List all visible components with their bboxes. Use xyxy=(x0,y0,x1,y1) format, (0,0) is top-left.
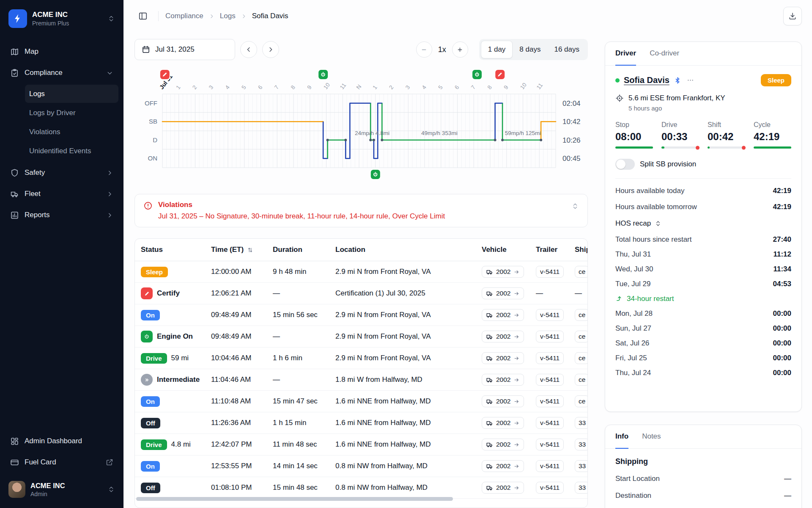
vehicle-chip[interactable]: 2002 xyxy=(482,352,524,364)
hos-recap-toggle[interactable]: HOS recap xyxy=(615,215,791,232)
sidebar-item-unidentified-events[interactable]: Unidentified Events xyxy=(25,142,118,160)
trailer-chip[interactable]: v-5411 xyxy=(536,460,564,472)
shipping-chip[interactable]: ce xyxy=(575,309,587,321)
vehicle-chip[interactable]: 2002 xyxy=(482,309,524,321)
trailer-chip[interactable]: v-5411 xyxy=(536,331,564,342)
col-trailer[interactable]: Trailer xyxy=(530,239,569,261)
sidebar-item-logs[interactable]: Logs xyxy=(25,85,118,103)
range-16-days[interactable]: 16 days xyxy=(547,41,586,58)
col-time[interactable]: Time (ET) xyxy=(205,239,267,261)
col-status[interactable]: Status xyxy=(135,239,205,261)
next-day-button[interactable] xyxy=(262,41,279,58)
sidebar-item-safety[interactable]: Safety xyxy=(5,163,118,183)
log-row[interactable]: On09:48:49 AM15 min 56 sec2.9 mi N from … xyxy=(135,304,587,326)
tab-co-driver[interactable]: Co-driver xyxy=(650,42,679,66)
shipping-chip[interactable]: 33 xyxy=(575,417,587,429)
more-menu-button[interactable] xyxy=(686,75,695,85)
log-row[interactable]: Drive4.8 mi12:42:07 PM11 min 48 sec1.6 m… xyxy=(135,434,587,456)
log-row[interactable]: Certify12:06:21 AM—Certification (1) Jul… xyxy=(135,283,587,304)
cell-time: 09:48:49 AM xyxy=(205,304,267,326)
alert-icon xyxy=(143,201,153,210)
log-row[interactable]: Sleep12:00:00 AM9 h 48 min2.9 mi N from … xyxy=(135,261,587,283)
power-glyph xyxy=(143,333,150,340)
trailer-chip[interactable]: v-5411 xyxy=(536,417,564,429)
log-row[interactable]: Drive59 mi10:04:46 AM1 h 6 min2.9 mi N f… xyxy=(135,348,587,369)
shipping-chip[interactable]: ce xyxy=(575,395,587,407)
shipping-chip[interactable]: ce xyxy=(575,331,587,342)
shipping-chip[interactable]: 33 xyxy=(575,439,587,450)
reports-icon xyxy=(10,211,19,220)
sidebar-item-fleet[interactable]: Fleet xyxy=(5,184,118,204)
cell-trailer: v-5411 xyxy=(530,434,569,456)
trailer-chip[interactable]: v-5411 xyxy=(536,374,564,386)
vehicle-chip[interactable]: 2002 xyxy=(482,287,524,299)
trailer-chip[interactable]: v-5411 xyxy=(536,395,564,407)
log-row[interactable]: Off01:08:10 PM15 min 48 sec0.8 mi NW fro… xyxy=(135,477,587,499)
date-picker-button[interactable]: Jul 31, 2025 xyxy=(134,39,235,60)
shipping-chip[interactable]: ce xyxy=(575,266,587,278)
tab-notes[interactable]: Notes xyxy=(642,425,661,449)
trailer-chip[interactable]: v-5411 xyxy=(536,439,564,450)
download-button[interactable] xyxy=(783,7,802,25)
vehicle-chip[interactable]: 2002 xyxy=(482,417,524,429)
vehicle-chip[interactable]: 2002 xyxy=(482,395,524,407)
log-row[interactable]: Engine On09:48:49 AM—2.9 mi N from Front… xyxy=(135,326,587,348)
vehicle-chip[interactable]: 2002 xyxy=(482,439,524,450)
sidebar-item-admin-dashboard[interactable]: Admin Dashboard xyxy=(5,431,118,451)
cell-time: 11:10:48 AM xyxy=(205,391,267,412)
account-switcher[interactable]: ACME INC Admin xyxy=(5,478,118,501)
col-duration[interactable]: Duration xyxy=(267,239,329,261)
sidebar-item-logs-by-driver[interactable]: Logs by Driver xyxy=(25,104,118,122)
trailer-chip[interactable]: v-5411 xyxy=(536,482,564,494)
split-sb-toggle[interactable] xyxy=(615,159,635,170)
svg-text:4: 4 xyxy=(224,84,231,91)
vehicle-chip[interactable]: 2002 xyxy=(482,460,524,472)
sort-icon[interactable] xyxy=(247,247,253,253)
cell-shipping: ce xyxy=(569,304,587,326)
col-location[interactable]: Location xyxy=(329,239,476,261)
range-1-day[interactable]: 1 day xyxy=(481,41,513,58)
log-row[interactable]: On11:10:48 AM15 min 47 sec1.6 mi NNE fro… xyxy=(135,391,587,412)
sidebar-item-fuel-card[interactable]: Fuel Card xyxy=(5,452,118,472)
horizontal-scrollbar[interactable] xyxy=(136,497,453,501)
shipping-chip[interactable]: 33 xyxy=(575,460,587,472)
driver-name-link[interactable]: Sofia Davis xyxy=(624,75,669,85)
trailer-chip[interactable]: v-5411 xyxy=(536,309,564,321)
range-8-days[interactable]: 8 days xyxy=(513,41,547,58)
col-shipping[interactable]: Shipping xyxy=(569,239,587,261)
sidebar-toggle-button[interactable] xyxy=(134,8,151,25)
shipping-chip[interactable]: 33 xyxy=(575,482,587,494)
prev-day-button[interactable] xyxy=(240,41,257,58)
vehicle-chip[interactable]: 2002 xyxy=(482,482,524,494)
shipping-chip[interactable]: ce xyxy=(575,352,587,364)
driver-online-dot xyxy=(615,78,620,83)
hos-log-chart[interactable]: OFFSBDON02:0410:4210:2600:45Jul 31123456… xyxy=(134,63,588,190)
account-name: ACME INC xyxy=(30,482,65,490)
vehicle-chip[interactable]: 2002 xyxy=(482,374,524,386)
sidebar-item-reports[interactable]: Reports xyxy=(5,205,118,225)
tab-info[interactable]: Info xyxy=(615,425,628,449)
log-row[interactable]: Off11:26:36 AM1 h 15 min1.6 mi NNE from … xyxy=(135,412,587,434)
shipping-chip[interactable]: ce xyxy=(575,374,587,386)
log-row[interactable]: On12:53:55 PM14 min 14 sec0.8 mi NW from… xyxy=(135,456,587,477)
tab-driver[interactable]: Driver xyxy=(615,42,636,66)
org-switcher[interactable]: ACME INC Premium Plus xyxy=(5,7,118,30)
log-row[interactable]: Intermediate11:04:46 AM—1.8 mi W from Ha… xyxy=(135,369,587,391)
chevrons-up-down-icon[interactable] xyxy=(571,202,579,210)
breadcrumb-compliance[interactable]: Compliance xyxy=(165,12,203,20)
vehicle-chip[interactable]: 2002 xyxy=(482,331,524,342)
truck-icon xyxy=(486,463,493,470)
sidebar-item-violations[interactable]: Violations xyxy=(25,123,118,141)
violations-alert[interactable]: Violations Jul 31, 2025 – No Signature, … xyxy=(134,194,588,227)
trailer-chip[interactable]: v-5411 xyxy=(536,352,564,364)
trailer-chip[interactable]: v-5411 xyxy=(536,266,564,278)
col-vehicle[interactable]: Vehicle xyxy=(476,239,530,261)
status-badge: On xyxy=(141,310,160,320)
zoom-out-button[interactable] xyxy=(416,41,432,58)
status-badge: On xyxy=(141,461,160,472)
sidebar-item-map[interactable]: Map xyxy=(5,41,118,62)
breadcrumb-logs[interactable]: Logs xyxy=(220,12,236,20)
vehicle-chip[interactable]: 2002 xyxy=(482,266,524,278)
sidebar-item-compliance[interactable]: Compliance xyxy=(5,63,118,83)
zoom-in-button[interactable] xyxy=(452,41,468,58)
